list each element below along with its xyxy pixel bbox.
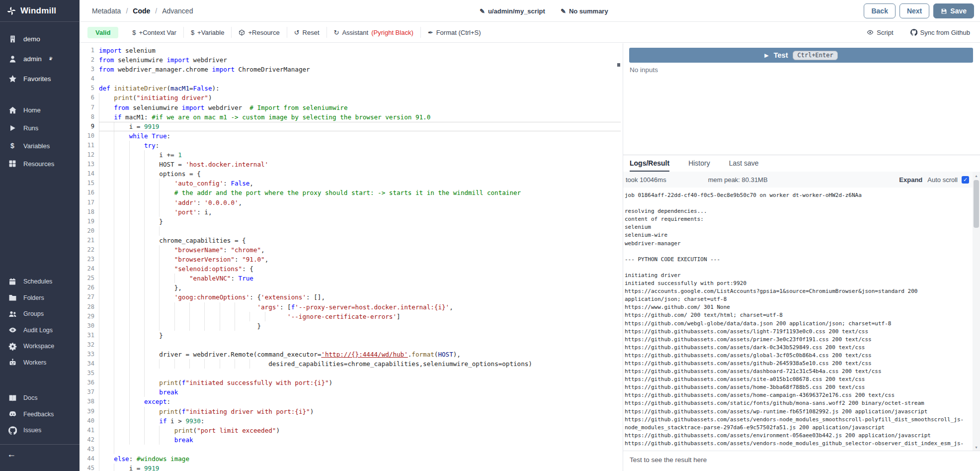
logo[interactable]: Windmill (0, 0, 80, 22)
assistant-button[interactable]: ↻ Assistant (Pyright Black) (327, 29, 420, 36)
code-line[interactable]: 19} (80, 217, 623, 226)
code-line[interactable]: 26}, (80, 283, 623, 292)
code-line[interactable]: 33driver = webdriver.Remote(command_exec… (80, 350, 623, 359)
code-line[interactable]: 13HOST = 'host.docker.internal' (80, 160, 623, 169)
tab-history[interactable]: History (688, 155, 710, 172)
code-line[interactable]: 2from seleniumwire import webdriver (80, 55, 623, 65)
code-line[interactable]: 7from seleniumwire import webdriver # Im… (80, 103, 623, 112)
code-token: except (144, 398, 167, 405)
tab-last-save[interactable]: Last save (729, 155, 759, 172)
save-button[interactable]: Save (933, 3, 974, 18)
sidebar-item-folders[interactable]: Folders (0, 290, 80, 306)
scroll-up-icon[interactable]: ▲ (973, 172, 980, 179)
script-kind-button[interactable]: Script (867, 29, 893, 36)
code-line[interactable]: 37break (80, 387, 623, 397)
sidebar-item-feedbacks[interactable]: Feedbacks (0, 406, 80, 423)
code-line[interactable]: 35 (80, 369, 623, 378)
tab-logs-result[interactable]: Logs/Result (630, 155, 669, 172)
code-line[interactable]: 39print(f"initiating driver with port:{i… (80, 407, 623, 416)
code-token: : (166, 398, 170, 405)
sync-from-github-button[interactable]: Sync from Github (910, 29, 970, 36)
logs-scrollbar[interactable]: ▲ ▼ (973, 172, 980, 451)
code-line[interactable]: 20 (80, 226, 623, 236)
code-line[interactable]: 38except: (80, 397, 623, 406)
code-line[interactable]: 9i = 9919 (80, 122, 623, 131)
sidebar-item-groups[interactable]: Groups (0, 306, 80, 322)
code-line[interactable]: 1import selenium (80, 46, 623, 55)
indent-guide (159, 302, 174, 312)
add-variable-button[interactable]: $ +Variable (184, 29, 232, 36)
logs-output[interactable]: job 01864aff-22dd-cf40-f0c5-0ec8e9b50c70… (625, 188, 972, 451)
back-button[interactable]: Back (864, 3, 895, 18)
sidebar-item-schedules[interactable]: Schedules (0, 274, 80, 290)
code-line[interactable]: 22"browserName": "chrome", (80, 245, 623, 255)
next-button[interactable]: Next (899, 3, 929, 18)
code-line[interactable]: 5def initiateDriver(macM1=False): (80, 84, 623, 93)
add-context-var-button[interactable]: $ +Context Var (125, 29, 183, 36)
code-line[interactable]: 6print("initiating driver") (80, 93, 623, 102)
code-line[interactable]: 15'auto_config': False, (80, 179, 623, 188)
indent-guide (204, 359, 219, 369)
code-line[interactable]: 45i = 9919 (80, 464, 623, 471)
sidebar-item-runs[interactable]: Runs (0, 119, 80, 137)
code-line[interactable]: 12i += 1 (80, 150, 623, 160)
code-line[interactable]: 11try: (80, 141, 623, 150)
code-line[interactable]: 8if macM1: #if we are on mac m1 -> custo… (80, 112, 623, 122)
code-line[interactable]: 42break (80, 435, 623, 445)
code-line[interactable]: 23"browserVersion": "91.0", (80, 255, 623, 264)
scrollbar-thumb[interactable] (974, 180, 979, 228)
code-line[interactable]: 16# the addr and the port where the prox… (80, 188, 623, 197)
code-line[interactable]: 28 'args': [f'--proxy-server=host.docker… (80, 302, 623, 312)
expand-button[interactable]: Expand (899, 176, 922, 184)
script-path[interactable]: ✎ u/admin/my_script (480, 0, 545, 22)
code-line[interactable]: 32 (80, 340, 623, 350)
code-line[interactable]: 43 (80, 445, 623, 454)
sidebar-item-label: Groups (23, 310, 44, 317)
code-line[interactable]: 41print("port limit exceeded") (80, 426, 623, 435)
sidebar-item-audit-logs[interactable]: Audit Logs (0, 322, 80, 339)
format-button[interactable]: ✒ Format (Ctrl+S) (421, 29, 488, 36)
code-line[interactable]: 27'goog:chromeOptions': {'extensions': [… (80, 292, 623, 302)
code-line[interactable]: 44else: #windows image (80, 454, 623, 464)
code-line[interactable]: 10while True: (80, 131, 623, 141)
script-summary[interactable]: ✎ No summary (561, 0, 608, 22)
code-line[interactable]: 18'port': i, (80, 207, 623, 217)
sidebar-item-workers[interactable]: Workers (0, 355, 80, 371)
scroll-down-icon[interactable]: ▼ (973, 444, 980, 451)
sidebar-item-resources[interactable]: Resources (0, 155, 80, 173)
code-line[interactable]: 29 '--ignore-certificate-errors'] (80, 312, 623, 321)
sidebar-item-variables[interactable]: $Variables (0, 137, 80, 155)
auto-scroll-checkbox[interactable]: ✓ (962, 176, 969, 184)
sidebar-item-admin[interactable]: admin♛ (0, 49, 80, 69)
collapse-sidebar-button[interactable]: ← (7, 449, 16, 460)
sidebar-item-issues[interactable]: Issues (0, 422, 80, 439)
sidebar-item-demo[interactable]: demo (0, 29, 80, 49)
code-line[interactable]: 17'addr': '0.0.0.0', (80, 198, 623, 207)
tab-code[interactable]: Code (133, 7, 150, 15)
code-line[interactable]: 40if i > 9930: (80, 416, 623, 426)
sidebar-item-docs[interactable]: Docs (0, 390, 80, 406)
code-line[interactable]: 14options = { (80, 169, 623, 179)
code-line[interactable]: 31} (80, 331, 623, 340)
code-line[interactable]: 3from webdriver_manager.chrome import Ch… (80, 65, 623, 74)
sidebar-item-favorites[interactable]: Favorites (0, 69, 80, 89)
tab-advanced[interactable]: Advanced (162, 7, 193, 15)
add-resource-button[interactable]: +Resource (232, 29, 286, 36)
code-editor[interactable]: 1import selenium2from seleniumwire impor… (80, 43, 623, 471)
indent-guide (144, 283, 159, 292)
code-line[interactable]: 25"enableVNC": True (80, 274, 623, 283)
indent-guide (159, 274, 174, 283)
test-button[interactable]: ▶ Test Ctrl+Enter (629, 48, 973, 63)
code-line[interactable]: 30 } (80, 321, 623, 331)
code-line[interactable]: 4 (80, 74, 623, 84)
code-token: : [ (280, 303, 291, 311)
sidebar-item-home[interactable]: Home (0, 101, 80, 119)
reset-button[interactable]: ↺ Reset (287, 29, 327, 36)
sidebar-item-workspace[interactable]: Workspace (0, 338, 80, 355)
tab-metadata[interactable]: Metadata (92, 7, 121, 15)
code-line[interactable]: 24"selenoid:options": { (80, 264, 623, 274)
code-line[interactable]: 34 desired_capabilities=chrome_capabilit… (80, 359, 623, 369)
code-line[interactable]: 36print(f"initiated successfully with po… (80, 378, 623, 387)
code-line[interactable]: 21chrome_capabilities = { (80, 236, 623, 245)
code-token: : (167, 132, 171, 140)
